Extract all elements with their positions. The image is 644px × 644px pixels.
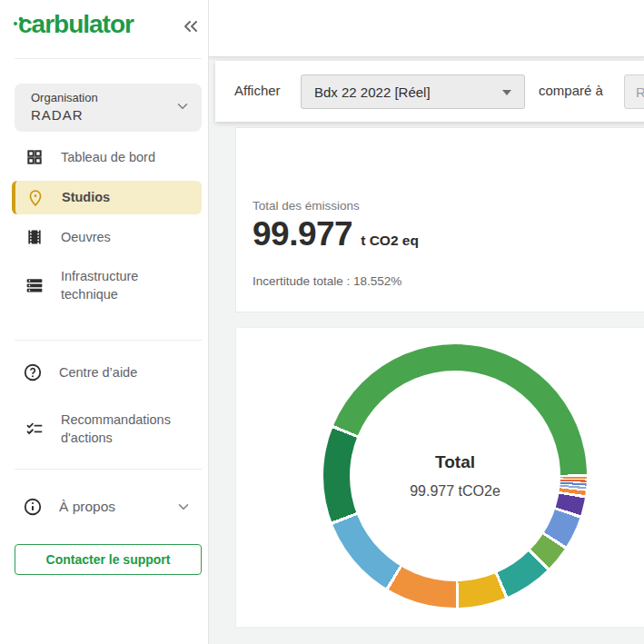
- contact-support-button[interactable]: Contacter le support: [15, 544, 202, 575]
- sidebar-item-recommandations[interactable]: Recommandations d'actions: [12, 407, 202, 451]
- app-window: carbulator Organisation RADAR Tableau de…: [0, 0, 644, 644]
- help-circle-icon: [23, 362, 43, 382]
- sidebar-item-centre-aide[interactable]: Centre d’aide: [12, 359, 202, 386]
- donut-hole: [350, 371, 560, 581]
- sidebar-item-label: Oeuvres: [61, 228, 111, 246]
- checklist-icon: [25, 419, 45, 439]
- total-emissions-card: Total des émissions 99.977 t CO2 eq Ince…: [235, 127, 644, 312]
- app-logo: carbulator: [18, 10, 134, 39]
- sidebar-item-a-propos[interactable]: À propos: [12, 493, 202, 520]
- organisation-label: Organisation: [31, 91, 98, 104]
- emissions-donut-card: Total 99.977 tCO2e: [235, 327, 644, 628]
- total-emissions-unit: t CO2 eq: [361, 233, 419, 249]
- total-emissions-value-row: 99.977 t CO2 eq: [253, 215, 419, 253]
- caret-down-icon: [502, 90, 511, 95]
- sidebar-item-label: Infrastructure technique: [61, 267, 170, 304]
- sidebar-divider: [15, 58, 202, 59]
- total-emissions-title: Total des émissions: [253, 199, 360, 213]
- show-label: Afficher: [234, 83, 281, 98]
- organisation-selector[interactable]: Organisation RADAR: [15, 84, 202, 132]
- sidebar-item-label: Tableau de bord: [61, 148, 155, 166]
- organisation-value: RADAR: [31, 107, 84, 123]
- sidebar-divider: [15, 469, 202, 470]
- sidebar-collapse-button[interactable]: [180, 15, 202, 37]
- compare-select[interactable]: R: [624, 74, 644, 109]
- uncertainty-text: Incertitude totale : 18.552%: [253, 274, 401, 288]
- sidebar-item-oeuvres[interactable]: Oeuvres: [12, 221, 202, 253]
- sidebar-item-label: Studios: [62, 188, 110, 206]
- sidebar-item-label: Recommandations d'actions: [61, 411, 179, 448]
- scenario-select[interactable]: Bdx 22 2022 [Réel]: [301, 74, 525, 109]
- sidebar: carbulator Organisation RADAR Tableau de…: [0, 0, 209, 644]
- location-pin-icon: [25, 188, 45, 208]
- top-app-bar: [209, 0, 644, 57]
- sidebar-item-infrastructure-technique[interactable]: Infrastructure technique: [12, 261, 202, 310]
- sidebar-divider: [15, 340, 202, 341]
- dashboard-grid-icon: [25, 147, 45, 167]
- server-stack-icon: [25, 275, 45, 295]
- info-circle-icon: [23, 497, 43, 517]
- sidebar-item-label: À propos: [59, 497, 115, 517]
- film-strip-icon: [25, 227, 45, 247]
- scenario-filter-bar: Afficher Bdx 22 2022 [Réel] comparé à R: [215, 61, 644, 122]
- chevron-down-icon: [174, 98, 191, 118]
- scenario-select-value: Bdx 22 2022 [Réel]: [314, 84, 431, 100]
- sidebar-item-studios[interactable]: Studios: [12, 181, 202, 214]
- sidebar-item-tableau-de-bord[interactable]: Tableau de bord: [12, 141, 202, 173]
- compare-select-value: R: [636, 84, 644, 100]
- total-emissions-value: 99.977: [253, 215, 352, 253]
- emissions-donut-chart[interactable]: Total 99.977 tCO2e: [323, 344, 587, 608]
- sidebar-item-label: Centre d’aide: [59, 363, 137, 381]
- chevron-down-icon[interactable]: [175, 499, 192, 519]
- double-chevron-left-icon: [180, 25, 202, 40]
- compare-label: comparé à: [539, 83, 603, 98]
